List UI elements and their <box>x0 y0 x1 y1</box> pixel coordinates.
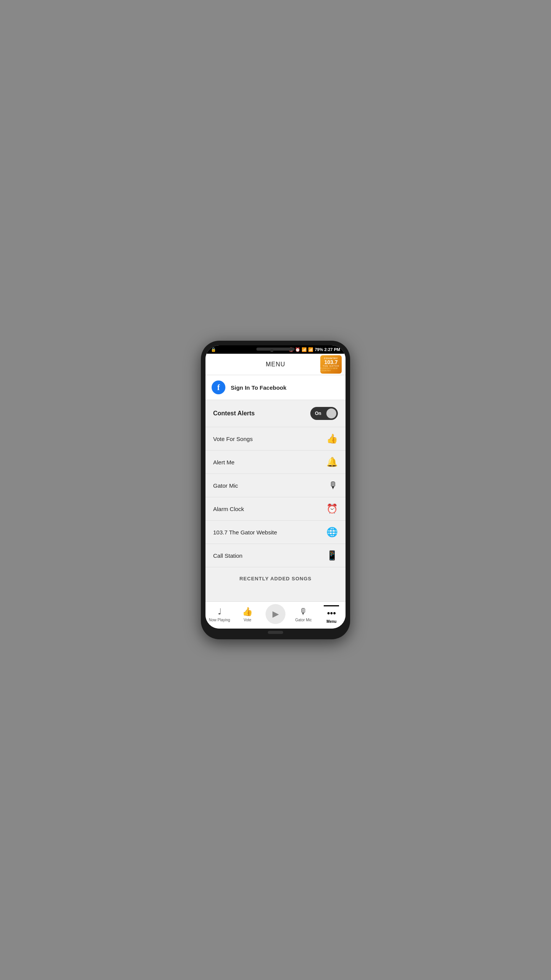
battery-percent: 79% <box>315 347 323 352</box>
gator-mic-label: Gator Mic <box>213 482 238 489</box>
menu-item-call-station[interactable]: Call Station 📱 <box>205 544 346 567</box>
menu-nav-label: Menu <box>326 619 336 624</box>
gator-mic-nav-icon: 🎙 <box>299 607 308 617</box>
contest-alerts-toggle[interactable]: On <box>310 407 338 420</box>
alarm-clock-icon: ⏰ <box>326 503 338 514</box>
menu-item-vote-for-songs[interactable]: Vote For Songs 👍 <box>205 427 346 451</box>
mic-icon: 🎙 <box>329 480 338 491</box>
station-logo: COUNTRY 103.7 THE GATOR FLORIDA'S NEW CO… <box>320 355 342 374</box>
toggle-knob <box>326 408 336 418</box>
dots-icon: ••• <box>327 608 336 618</box>
contest-alerts-row: Contest Alerts On <box>205 400 346 427</box>
status-left: 🔒 <box>211 347 216 352</box>
header-title: MENU <box>266 361 285 368</box>
nav-vote[interactable]: 👍 Vote <box>233 607 261 622</box>
play-button[interactable]: ▶ <box>266 604 285 624</box>
facebook-signin-label: Sign In To Facebook <box>231 384 287 391</box>
time-display: 2:27 PM <box>324 347 340 352</box>
app-header: MENU COUNTRY 103.7 THE GATOR FLORIDA'S N… <box>205 354 346 375</box>
facebook-icon: f <box>212 381 225 394</box>
vote-nav-label: Vote <box>244 618 251 622</box>
phone-icon: 📱 <box>326 550 338 561</box>
music-note-icon: ♩ <box>218 607 222 617</box>
toggle-on-label: On <box>315 411 321 416</box>
now-playing-nav-label: Now Playing <box>209 618 230 622</box>
status-right: 🔇 ⏰ 📶 📶 79% 2:27 PM <box>289 347 340 352</box>
home-button[interactable] <box>268 631 283 634</box>
alarm-icon: ⏰ <box>295 347 300 352</box>
gator-mic-nav-label: Gator Mic <box>295 618 312 622</box>
logo-line4: FLORIDA'S NEW COUNTRY <box>320 367 342 372</box>
nav-play[interactable]: ▶ <box>261 604 289 625</box>
menu-item-alert-me[interactable]: Alert Me 🔔 <box>205 451 346 474</box>
thumbsup-icon: 👍 <box>326 433 338 444</box>
status-icon-left: 🔒 <box>211 347 216 352</box>
facebook-signin-row[interactable]: f Sign In To Facebook <box>205 375 346 400</box>
menu-item-alarm-clock[interactable]: Alarm Clock ⏰ <box>205 497 346 521</box>
call-station-label: Call Station <box>213 552 243 559</box>
recently-added-section: RECENTLY ADDED SONGS <box>205 567 346 590</box>
globe-icon: 🌐 <box>326 527 338 537</box>
menu-item-gator-mic[interactable]: Gator Mic 🎙 <box>205 474 346 497</box>
recently-added-title: RECENTLY ADDED SONGS <box>240 576 312 581</box>
menu-item-website[interactable]: 103.7 The Gator Website 🌐 <box>205 521 346 544</box>
signal-icon: 📶 <box>308 347 313 352</box>
wifi-icon: 📶 <box>302 347 307 352</box>
bell-icon: 🔔 <box>326 457 338 467</box>
nav-gator-mic[interactable]: 🎙 Gator Mic <box>290 607 318 622</box>
contest-alerts-label: Contest Alerts <box>213 410 255 417</box>
logo-line2: 103.7 <box>324 359 337 365</box>
vote-for-songs-label: Vote For Songs <box>213 436 253 442</box>
website-label: 103.7 The Gator Website <box>213 529 277 536</box>
vote-icon: 👍 <box>242 607 253 617</box>
play-icon: ▶ <box>272 609 279 619</box>
main-content: f Sign In To Facebook Contest Alerts On … <box>205 375 346 601</box>
bottom-navigation: ♩ Now Playing 👍 Vote ▶ 🎙 Gator Mic ••• M… <box>205 601 346 629</box>
active-indicator <box>324 605 339 606</box>
alarm-clock-label: Alarm Clock <box>213 506 244 512</box>
alert-me-label: Alert Me <box>213 459 235 466</box>
nav-now-playing[interactable]: ♩ Now Playing <box>205 607 233 622</box>
nav-menu[interactable]: ••• Menu <box>318 605 346 624</box>
